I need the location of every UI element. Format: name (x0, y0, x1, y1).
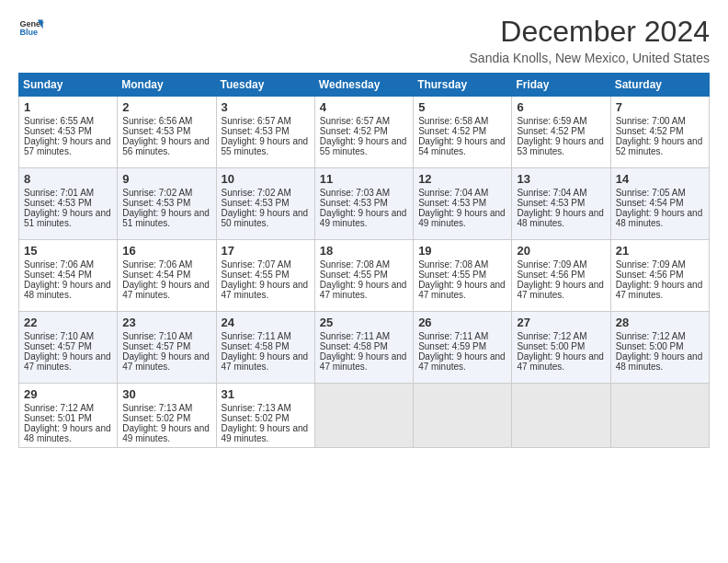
sunset-text: Sunset: 4:54 PM (616, 198, 684, 208)
sunset-text: Sunset: 4:56 PM (517, 270, 585, 280)
table-row: 22 Sunrise: 7:10 AM Sunset: 4:57 PM Dayl… (19, 312, 118, 384)
header-tuesday: Tuesday (216, 74, 314, 97)
sunrise-text: Sunrise: 7:06 AM (122, 259, 192, 270)
sunset-text: Sunset: 4:53 PM (418, 198, 486, 208)
sunset-text: Sunset: 5:02 PM (122, 413, 190, 423)
table-row: 12 Sunrise: 7:04 AM Sunset: 4:53 PM Dayl… (414, 168, 512, 240)
daylight-text: Daylight: 9 hours and 55 minutes. (222, 136, 309, 156)
calendar-week-row: 1 Sunrise: 6:55 AM Sunset: 4:53 PM Dayli… (19, 97, 710, 168)
daylight-text: Daylight: 9 hours and 47 minutes. (122, 351, 210, 372)
sunrise-text: Sunrise: 7:02 AM (122, 188, 192, 198)
day-number: 17 (222, 244, 310, 258)
day-number: 10 (222, 172, 310, 186)
sunset-text: Sunset: 4:52 PM (418, 126, 486, 136)
sunrise-text: Sunrise: 7:06 AM (24, 259, 94, 270)
daylight-text: Daylight: 9 hours and 48 minutes. (24, 423, 111, 443)
day-number: 1 (24, 100, 112, 114)
table-row: 24 Sunrise: 7:11 AM Sunset: 4:58 PM Dayl… (216, 312, 314, 384)
table-row: 20 Sunrise: 7:09 AM Sunset: 4:56 PM Dayl… (512, 240, 610, 312)
sunrise-text: Sunrise: 7:08 AM (320, 259, 390, 270)
sunrise-text: Sunrise: 7:00 AM (616, 116, 686, 126)
day-number: 31 (222, 387, 310, 401)
table-row: 8 Sunrise: 7:01 AM Sunset: 4:53 PM Dayli… (19, 168, 118, 240)
daylight-text: Daylight: 9 hours and 48 minutes. (24, 280, 111, 300)
sunrise-text: Sunrise: 7:05 AM (616, 188, 686, 198)
table-row: 17 Sunrise: 7:07 AM Sunset: 4:55 PM Dayl… (216, 240, 314, 312)
day-number: 19 (418, 244, 506, 258)
sunrise-text: Sunrise: 7:04 AM (517, 188, 586, 198)
sunset-text: Sunset: 4:56 PM (616, 270, 684, 280)
table-row: 5 Sunrise: 6:58 AM Sunset: 4:52 PM Dayli… (414, 97, 512, 168)
daylight-text: Daylight: 9 hours and 47 minutes. (418, 280, 506, 300)
table-row: 31 Sunrise: 7:13 AM Sunset: 5:02 PM Dayl… (216, 384, 314, 448)
daylight-text: Daylight: 9 hours and 55 minutes. (320, 136, 407, 156)
daylight-text: Daylight: 9 hours and 47 minutes. (222, 351, 309, 372)
day-number: 3 (222, 100, 310, 114)
sunrise-text: Sunrise: 7:12 AM (616, 331, 686, 341)
sunrise-text: Sunrise: 7:10 AM (24, 331, 94, 341)
sunrise-text: Sunrise: 7:11 AM (418, 331, 488, 341)
calendar-week-row: 22 Sunrise: 7:10 AM Sunset: 4:57 PM Dayl… (19, 312, 710, 384)
table-row (512, 384, 610, 448)
sunset-text: Sunset: 4:52 PM (517, 126, 585, 136)
table-row: 27 Sunrise: 7:12 AM Sunset: 5:00 PM Dayl… (512, 312, 610, 384)
day-number: 27 (517, 316, 605, 329)
daylight-text: Daylight: 9 hours and 56 minutes. (122, 136, 210, 156)
sunrise-text: Sunrise: 7:10 AM (122, 331, 192, 341)
sunset-text: Sunset: 4:59 PM (418, 341, 486, 351)
sunset-text: Sunset: 5:00 PM (517, 341, 585, 351)
header-saturday: Saturday (610, 74, 709, 97)
table-row: 25 Sunrise: 7:11 AM Sunset: 4:58 PM Dayl… (314, 312, 413, 384)
sunrise-text: Sunrise: 7:13 AM (122, 403, 192, 413)
day-number: 29 (24, 387, 112, 401)
sunset-text: Sunset: 4:52 PM (616, 126, 684, 136)
daylight-text: Daylight: 9 hours and 53 minutes. (517, 136, 604, 156)
sunset-text: Sunset: 4:57 PM (122, 341, 190, 351)
daylight-text: Daylight: 9 hours and 52 minutes. (616, 136, 703, 156)
sunset-text: Sunset: 4:53 PM (517, 198, 585, 208)
table-row: 10 Sunrise: 7:02 AM Sunset: 4:53 PM Dayl… (216, 168, 314, 240)
daylight-text: Daylight: 9 hours and 48 minutes. (517, 208, 604, 228)
day-number: 4 (320, 100, 408, 114)
daylight-text: Daylight: 9 hours and 47 minutes. (24, 351, 111, 372)
sunrise-text: Sunrise: 7:09 AM (616, 259, 686, 270)
sunrise-text: Sunrise: 7:12 AM (517, 331, 586, 341)
daylight-text: Daylight: 9 hours and 49 minutes. (320, 208, 407, 228)
header-wednesday: Wednesday (314, 74, 413, 97)
sunrise-text: Sunrise: 6:59 AM (517, 116, 586, 126)
sunrise-text: Sunrise: 7:11 AM (222, 331, 291, 341)
sunrise-text: Sunrise: 6:57 AM (222, 116, 291, 126)
daylight-text: Daylight: 9 hours and 47 minutes. (616, 280, 703, 300)
sunrise-text: Sunrise: 7:12 AM (24, 403, 94, 413)
table-row (414, 384, 512, 448)
table-row: 23 Sunrise: 7:10 AM Sunset: 4:57 PM Dayl… (118, 312, 216, 384)
sunrise-text: Sunrise: 7:02 AM (222, 188, 291, 198)
table-row: 3 Sunrise: 6:57 AM Sunset: 4:53 PM Dayli… (216, 97, 314, 168)
sunrise-text: Sunrise: 6:57 AM (320, 116, 390, 126)
day-number: 6 (517, 100, 605, 114)
daylight-text: Daylight: 9 hours and 48 minutes. (616, 351, 703, 372)
day-number: 11 (320, 172, 408, 186)
daylight-text: Daylight: 9 hours and 47 minutes. (222, 280, 309, 300)
table-row: 18 Sunrise: 7:08 AM Sunset: 4:55 PM Dayl… (314, 240, 413, 312)
sunrise-text: Sunrise: 7:13 AM (222, 403, 291, 413)
sunset-text: Sunset: 4:55 PM (222, 270, 290, 280)
day-number: 24 (222, 316, 310, 329)
sunset-text: Sunset: 4:55 PM (320, 270, 388, 280)
sunset-text: Sunset: 5:00 PM (616, 341, 684, 351)
daylight-text: Daylight: 9 hours and 47 minutes. (320, 280, 407, 300)
sunrise-text: Sunrise: 7:03 AM (320, 188, 390, 198)
daylight-text: Daylight: 9 hours and 48 minutes. (616, 208, 703, 228)
table-row: 16 Sunrise: 7:06 AM Sunset: 4:54 PM Dayl… (118, 240, 216, 312)
sunset-text: Sunset: 4:52 PM (320, 126, 388, 136)
sunset-text: Sunset: 4:54 PM (122, 270, 190, 280)
table-row: 14 Sunrise: 7:05 AM Sunset: 4:54 PM Dayl… (610, 168, 709, 240)
table-row: 30 Sunrise: 7:13 AM Sunset: 5:02 PM Dayl… (118, 384, 216, 448)
day-number: 30 (122, 387, 210, 401)
table-row: 28 Sunrise: 7:12 AM Sunset: 5:00 PM Dayl… (610, 312, 709, 384)
page-header: General Blue December 2024 Sandia Knolls… (18, 15, 710, 65)
day-number: 7 (616, 100, 704, 114)
sunrise-text: Sunrise: 7:04 AM (418, 188, 488, 198)
calendar-week-row: 29 Sunrise: 7:12 AM Sunset: 5:01 PM Dayl… (19, 384, 710, 448)
daylight-text: Daylight: 9 hours and 47 minutes. (517, 351, 604, 372)
